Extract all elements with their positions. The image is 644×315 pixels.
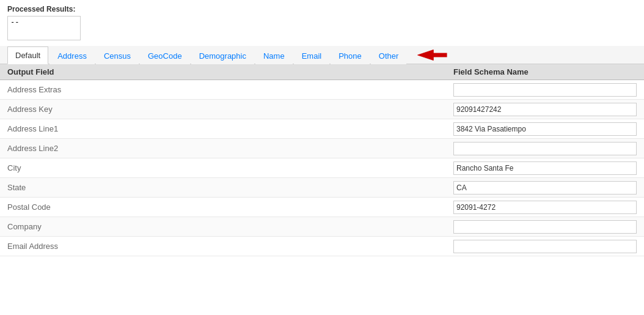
field-label: State [7, 183, 453, 192]
tab-phone[interactable]: Phone [331, 47, 370, 64]
field-label: Address Extras [7, 85, 453, 94]
field-schema-input[interactable] [453, 83, 637, 97]
table-row: Postal Code [0, 198, 644, 217]
table-header: Output Field Field Schema Name [0, 64, 644, 80]
table-row: Company [0, 217, 644, 237]
field-label: Email Address [7, 242, 453, 251]
field-schema-input[interactable] [453, 122, 637, 136]
field-schema-input[interactable] [453, 201, 637, 214]
table-row: Email Address [0, 237, 644, 256]
field-label: Company [7, 222, 453, 231]
table-row: Address Line1 [0, 119, 644, 139]
field-label: Address Line1 [7, 124, 453, 133]
col-output-header: Output Field [7, 67, 453, 76]
tabs-row: Default Address Census GeoCode Demograph… [0, 46, 644, 64]
tab-name[interactable]: Name [255, 47, 293, 64]
tab-other[interactable]: Other [371, 47, 407, 64]
top-section: Processed Results: [0, 0, 644, 46]
field-label: City [7, 163, 453, 172]
processed-label: Processed Results: [7, 5, 637, 13]
table-row: Address Extras [0, 80, 644, 100]
field-schema-input[interactable] [453, 103, 637, 116]
field-schema-input[interactable] [453, 220, 637, 234]
table-row: City [0, 158, 644, 178]
tab-census[interactable]: Census [96, 47, 139, 64]
svg-marker-0 [418, 50, 434, 60]
table-row: Address Key [0, 100, 644, 119]
field-schema-input[interactable] [453, 240, 637, 253]
tab-demographic[interactable]: Demographic [191, 47, 254, 64]
field-label: Postal Code [7, 202, 453, 212]
table-body: Address ExtrasAddress KeyAddress Line1Ad… [0, 80, 644, 256]
arrow-indicator [412, 46, 449, 64]
tab-address[interactable]: Address [49, 47, 95, 64]
table-row: State [0, 178, 644, 198]
tab-geocode[interactable]: GeoCode [140, 47, 190, 64]
tab-default[interactable]: Default [7, 46, 48, 64]
table-row: Address Line2 [0, 139, 644, 158]
tab-email[interactable]: Email [294, 47, 330, 64]
field-schema-input[interactable] [453, 161, 637, 175]
svg-rect-1 [433, 53, 447, 57]
processed-textarea[interactable] [7, 16, 81, 40]
field-schema-input[interactable] [453, 181, 637, 195]
field-label: Address Line2 [7, 144, 453, 153]
field-schema-input[interactable] [453, 142, 637, 155]
col-schema-header: Field Schema Name [453, 67, 637, 76]
red-arrow-icon [412, 46, 449, 64]
field-label: Address Key [7, 105, 453, 114]
